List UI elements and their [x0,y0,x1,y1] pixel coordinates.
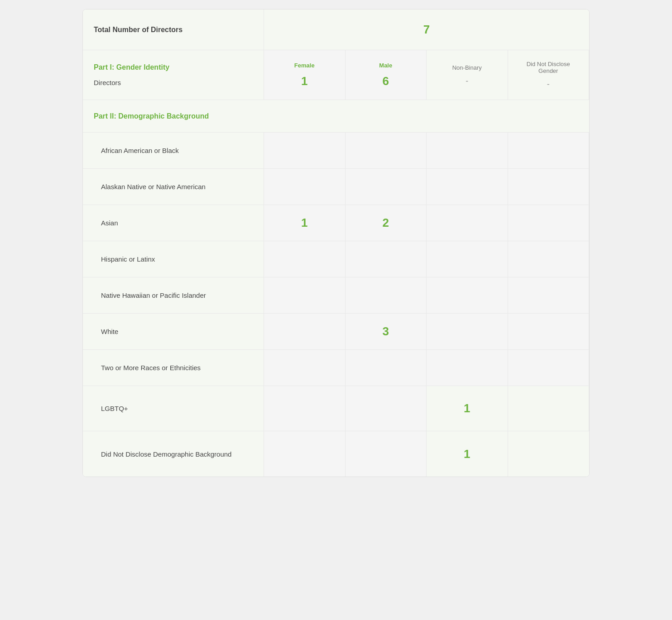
lgbtq-value: 1 [464,401,470,415]
total-directors-value: 7 [423,23,430,37]
row-alaskan-native-male [346,169,427,205]
part2-section-title: Part II: Demographic Background [94,112,209,120]
row-lgbtq-female [264,386,346,431]
row-two-or-more-nonbinary [427,350,508,386]
row-hispanic-label: Hispanic or Latinx [83,241,264,277]
row-asian-label: Asian [83,205,264,241]
row-african-american-label: African American or Black [83,133,264,169]
alaskan-native-label: Alaskan Native or Native American [101,183,206,191]
white-male-value: 3 [383,324,389,339]
table-grid: Total Number of Directors 7 Part I: Gend… [83,10,589,477]
asian-female-value: 1 [301,216,307,230]
row-did-not-disclose-female [264,431,346,477]
row-did-not-disclose-dnd [508,431,590,477]
row-alaskan-native-label: Alaskan Native or Native American [83,169,264,205]
row-asian-nonbinary [427,205,508,241]
row-asian-male: 2 [346,205,427,241]
part1-section-title: Part I: Gender Identity [94,63,169,72]
row-two-or-more-male [346,350,427,386]
row-lgbtq-spanning-value: 1 [427,386,508,431]
main-table: Total Number of Directors 7 Part I: Gend… [82,9,590,477]
did-not-disclose-value: 1 [464,447,470,461]
row-two-or-more-female [264,350,346,386]
female-directors-value: 1 [301,74,307,88]
did-not-disclose-gender-col-header: Did Not Disclose Gender [519,61,578,74]
non-binary-header-cell: Non-Binary - [427,50,508,100]
row-did-not-disclose-male [346,431,427,477]
did-not-disclose-gender-header-cell: Did Not Disclose Gender - [508,50,590,100]
row-hispanic-male [346,241,427,277]
row-alaskan-native-nonbinary [427,169,508,205]
male-col-header: Male [379,62,392,69]
asian-label: Asian [101,219,118,227]
total-directors-label-cell: Total Number of Directors [83,10,264,50]
row-native-hawaiian-female [264,277,346,314]
row-two-or-more-label: Two or More Races or Ethnicities [83,350,264,386]
part1-directors-label: Directors [94,79,121,86]
female-header-cell: Female 1 [264,50,346,100]
male-header-cell: Male 6 [346,50,427,100]
row-hispanic-female [264,241,346,277]
row-did-not-disclose-label: Did Not Disclose Demographic Background [83,431,264,477]
asian-male-value: 2 [383,216,389,230]
row-white-female [264,314,346,350]
two-or-more-label: Two or More Races or Ethnicities [101,364,201,372]
row-african-american-dnd [508,133,590,169]
row-hispanic-dnd [508,241,590,277]
row-white-dnd [508,314,590,350]
row-native-hawaiian-male [346,277,427,314]
total-directors-value-cell: 7 [264,10,589,50]
row-lgbtq-male [346,386,427,431]
female-col-header: Female [294,62,315,69]
row-alaskan-native-dnd [508,169,590,205]
row-hispanic-nonbinary [427,241,508,277]
row-asian-dnd [508,205,590,241]
row-white-label: White [83,314,264,350]
part1-header-label-cell: Part I: Gender Identity Directors [83,50,264,100]
lgbtq-label: LGBTQ+ [101,405,128,412]
african-american-label: African American or Black [101,147,179,154]
row-lgbtq-label: LGBTQ+ [83,386,264,431]
row-white-nonbinary [427,314,508,350]
row-two-or-more-dnd [508,350,590,386]
part2-section-header: Part II: Demographic Background [83,100,589,133]
row-native-hawaiian-label: Native Hawaiian or Pacific Islander [83,277,264,314]
male-directors-value: 6 [383,74,389,88]
row-native-hawaiian-dnd [508,277,590,314]
row-lgbtq-dnd [508,386,590,431]
row-alaskan-native-female [264,169,346,205]
row-native-hawaiian-nonbinary [427,277,508,314]
row-african-american-nonbinary [427,133,508,169]
white-label: White [101,328,118,335]
total-directors-label: Total Number of Directors [94,26,182,34]
row-african-american-male [346,133,427,169]
row-white-male: 3 [346,314,427,350]
did-not-disclose-gender-value: - [547,80,550,89]
native-hawaiian-label: Native Hawaiian or Pacific Islander [101,291,206,299]
row-african-american-female [264,133,346,169]
row-did-not-disclose-spanning-value: 1 [427,431,508,477]
non-binary-directors-value: - [466,76,468,86]
hispanic-label: Hispanic or Latinx [101,255,155,263]
row-asian-female: 1 [264,205,346,241]
did-not-disclose-demo-label: Did Not Disclose Demographic Background [101,450,231,458]
non-binary-col-header: Non-Binary [452,64,482,71]
